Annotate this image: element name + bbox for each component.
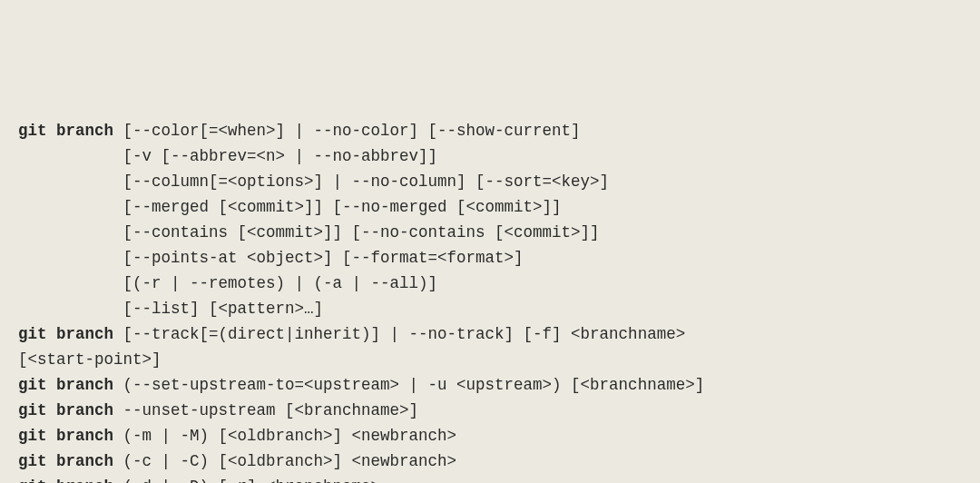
synopsis-line: [<start-point>] — [18, 347, 965, 372]
synopsis-line: [-v [--abbrev=<n> | --no-abbrev]] — [18, 143, 965, 169]
options-text: (-m | -M) [<oldbranch>] <newbranch> — [113, 427, 456, 445]
command-name: git branch — [18, 452, 113, 470]
synopsis-line: [--merged [<commit>]] [--no-merged [<com… — [18, 194, 965, 220]
options-text: --unset-upstream [<branchname>] — [113, 401, 418, 419]
synopsis-line: [(-r | --remotes) | (-a | --all)] — [18, 271, 965, 296]
command-name: git branch — [18, 478, 113, 483]
synopsis-line: git branch [--track[=(direct|inherit)] |… — [18, 321, 965, 347]
synopsis-line: git branch (-c | -C) [<oldbranch>] <newb… — [18, 448, 965, 474]
options-text: [--color[=<when>] | --no-color] [--show-… — [113, 122, 581, 140]
synopsis-line: [--list] [<pattern>…] — [18, 296, 965, 321]
options-text: (-d | -D) [-r] <branchname>… — [113, 478, 390, 483]
synopsis-line: git branch (-m | -M) [<oldbranch>] <newb… — [18, 423, 965, 448]
command-name: git branch — [18, 427, 113, 445]
options-text: (-c | -C) [<oldbranch>] <newbranch> — [113, 452, 456, 470]
command-name: git branch — [18, 325, 113, 343]
synopsis-line: [--contains [<commit>]] [--no-contains [… — [18, 220, 965, 245]
synopsis-line: git branch --unset-upstream [<branchname… — [18, 398, 965, 423]
synopsis-line: git branch (-d | -D) [-r] <branchname>… — [18, 474, 965, 483]
synopsis-line: git branch (--set-upstream-to=<upstream>… — [18, 372, 965, 398]
synopsis-line: [--column[=<options>] | --no-column] [--… — [18, 169, 965, 194]
options-text: [--track[=(direct|inherit)] | --no-track… — [113, 325, 685, 343]
synopsis-line: git branch [--color[=<when>] | --no-colo… — [18, 118, 965, 143]
command-name: git branch — [18, 122, 113, 140]
options-text: (--set-upstream-to=<upstream> | -u <upst… — [113, 376, 704, 394]
synopsis-line: [--points-at <object>] [--format=<format… — [18, 245, 965, 271]
command-name: git branch — [18, 401, 113, 419]
command-name: git branch — [18, 376, 113, 394]
synopsis-block: git branch [--color[=<when>] | --no-colo… — [18, 118, 965, 483]
